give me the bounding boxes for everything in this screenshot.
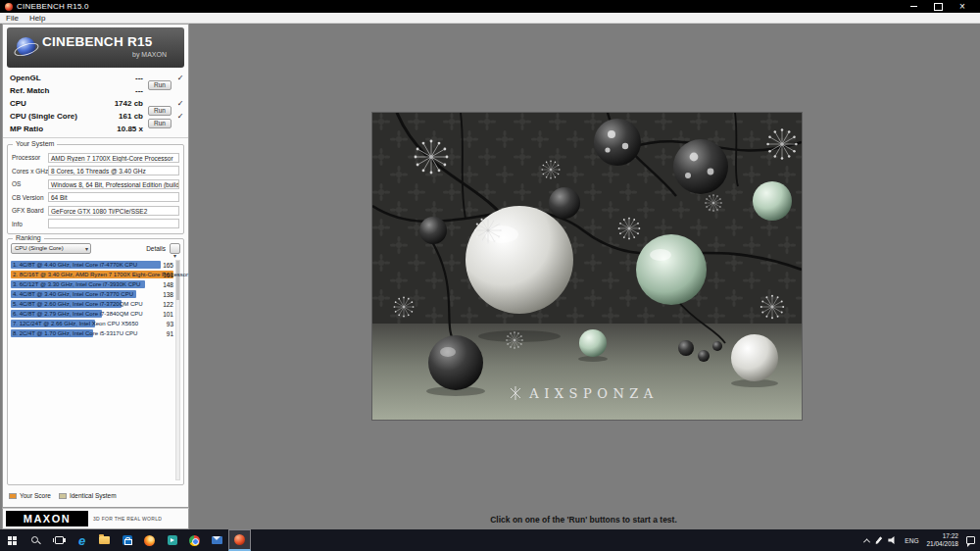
ranking-entry-score: 91 xyxy=(167,330,173,337)
ranking-entry-label: 5. 4C/8T @ 2.60 GHz, Intel Core i7-3720Q… xyxy=(13,301,143,307)
ranking-filter-dropdown[interactable]: CPU (Single Core) xyxy=(11,243,91,254)
taskbar-chrome-button[interactable] xyxy=(183,529,206,551)
file-explorer-icon xyxy=(99,536,110,544)
ranking-legend: Your Score Identical System xyxy=(9,492,124,499)
cpu-single-checkbox[interactable] xyxy=(175,112,185,121)
taskbar-firefox-button[interactable] xyxy=(138,529,161,551)
search-button[interactable] xyxy=(24,529,47,551)
action-center-icon[interactable] xyxy=(966,536,975,544)
render-viewport: AIXSPONZA Click on one of the 'Run' butt… xyxy=(189,24,978,529)
minimize-icon[interactable] xyxy=(908,2,918,12)
benchmark-section: OpenGL --- Run Ref. Match --- CPU 1742 c… xyxy=(3,72,188,138)
system-row: Processor AMD Ryzen 7 1700X Eight-Core P… xyxy=(8,151,183,165)
opengl-value: --- xyxy=(96,74,143,82)
ranking-row[interactable]: 5. 4C/8T @ 2.60 GHz, Intel Core i7-3720Q… xyxy=(11,299,173,309)
chrome-icon xyxy=(189,535,200,546)
title-bar: CINEBENCH R15.0 xyxy=(0,0,980,13)
taskbar-file-explorer-button[interactable] xyxy=(93,529,116,551)
ranking-row[interactable]: 8. 2C/4T @ 1.70 GHz, Intel Core i5-3317U… xyxy=(11,328,173,338)
processor-field[interactable]: AMD Ryzen 7 1700X Eight-Core Processor xyxy=(48,153,179,163)
cpu-label: CPU xyxy=(10,99,96,108)
info-label: Info xyxy=(12,221,48,227)
ranking-entry-score: 165 xyxy=(163,262,173,269)
your-system-title: Your System xyxy=(13,140,57,147)
task-view-icon xyxy=(55,536,64,544)
logo-title: CINEBENCH R15 xyxy=(42,34,153,49)
cpu-single-value: 161 cb xyxy=(96,112,143,121)
cpu-value: 1742 cb xyxy=(96,99,143,108)
tray-chevron-up-icon[interactable] xyxy=(863,538,870,545)
media-player-icon xyxy=(168,535,177,545)
window-title: CINEBENCH R15.0 xyxy=(17,2,908,11)
clock[interactable]: 17:22 21/04/2018 xyxy=(926,532,958,549)
ranking-title: Ranking xyxy=(13,234,44,241)
pen-icon[interactable] xyxy=(875,536,883,545)
speaker-icon[interactable] xyxy=(888,536,897,545)
input-language[interactable]: ENG xyxy=(905,537,918,544)
os-label: OS xyxy=(12,180,48,187)
left-panel: CINEBENCH R15 by MAXON OpenGL --- Run Re… xyxy=(2,24,189,508)
cb-version-label: CB Version xyxy=(12,194,48,201)
cpu-single-label: CPU (Single Core) xyxy=(10,112,96,121)
taskbar-media-button[interactable] xyxy=(161,529,183,551)
benchmark-row: MP Ratio 10.85 x xyxy=(3,123,188,135)
close-icon[interactable] xyxy=(957,2,967,12)
search-icon xyxy=(31,536,38,543)
taskbar-cinebench-button[interactable] xyxy=(228,529,251,551)
gfx-board-field[interactable]: GeForce GTX 1080 Ti/PCIe/SSE2 xyxy=(48,206,179,216)
start-button[interactable] xyxy=(0,529,24,551)
info-field[interactable] xyxy=(48,219,179,228)
ranking-entry-score: 138 xyxy=(163,291,173,298)
ranking-row[interactable]: 3. 6C/12T @ 3.30 GHz, Intel Core i7-3930… xyxy=(11,279,173,289)
mp-ratio-value: 10.85 x xyxy=(96,125,143,133)
gfx-board-label: GFX Board xyxy=(12,207,48,214)
cinebench-app-icon[interactable] xyxy=(5,3,13,11)
cb-version-field[interactable]: 64 Bit xyxy=(48,192,179,202)
logo-subtitle: by MAXON xyxy=(132,51,167,58)
ranking-row[interactable]: 2. 8C/16T @ 3.40 GHz, AMD Ryzen 7 1700X … xyxy=(11,270,173,279)
ranking-entry-score: 148 xyxy=(163,281,173,288)
benchmark-row: CPU (Single Core) 161 cb Run xyxy=(3,110,188,123)
menu-help[interactable]: Help xyxy=(29,14,45,23)
tray-date: 21/04/2018 xyxy=(926,540,958,547)
cores-field[interactable]: 8 Cores, 16 Threads @ 3.40 GHz xyxy=(48,166,179,175)
ranking-scrollbar[interactable] xyxy=(175,260,180,480)
ranking-entry-score: 93 xyxy=(167,321,173,327)
benchmark-row: Ref. Match --- xyxy=(3,84,188,97)
tray-time: 17:22 xyxy=(943,532,958,539)
menu-bar: File Help xyxy=(0,13,980,24)
ranking-row[interactable]: 1. 4C/8T @ 4.40 GHz, Intel Core i7-4770K… xyxy=(11,260,173,270)
identical-system-label: Identical System xyxy=(70,492,117,499)
taskbar-edge-button[interactable] xyxy=(71,529,93,551)
ranking-entry-label: 8. 2C/4T @ 1.70 GHz, Intel Core i5-3317U… xyxy=(13,330,137,336)
system-row: CB Version 64 Bit xyxy=(8,191,183,205)
ranking-list: 1. 4C/8T @ 4.40 GHz, Intel Core i7-4770K… xyxy=(11,260,173,338)
ranking-entry-label: 3. 6C/12T @ 3.30 GHz, Intel Core i7-3930… xyxy=(13,281,140,287)
task-view-button[interactable] xyxy=(47,529,71,551)
cinebench-icon xyxy=(234,534,245,545)
opengl-checkbox[interactable] xyxy=(175,74,185,82)
your-system-group: Your System Processor AMD Ryzen 7 1700X … xyxy=(7,144,184,234)
taskbar-store-button[interactable] xyxy=(116,529,138,551)
opengl-label: OpenGL xyxy=(10,74,96,82)
system-row: Info xyxy=(8,218,183,231)
details-dropdown-button[interactable] xyxy=(170,243,180,254)
ranking-entry-score: 122 xyxy=(163,301,173,308)
scrollbar-thumb[interactable] xyxy=(176,261,179,300)
app-body: CINEBENCH R15 by MAXON OpenGL --- Run Re… xyxy=(0,24,980,529)
ranking-row[interactable]: 4. 4C/8T @ 3.40 GHz, Intel Core i7-3770 … xyxy=(11,289,173,299)
taskbar-mail-button[interactable] xyxy=(206,529,228,551)
firefox-icon xyxy=(144,535,155,546)
ranking-entry-score: 161 xyxy=(163,272,173,278)
taskbar: ENG 17:22 21/04/2018 xyxy=(0,529,980,551)
ranking-row[interactable]: 7. 12C/24T @ 2.66 GHz, Intel Xeon CPU X5… xyxy=(11,319,173,328)
ranking-row[interactable]: 6. 4C/8T @ 2.79 GHz, Intel Core i7-3840Q… xyxy=(11,309,173,319)
screen: CINEBENCH R15.0 File Help CINEBENCH R15 … xyxy=(0,0,980,551)
cpu-checkbox[interactable] xyxy=(175,99,185,108)
your-score-label: Your Score xyxy=(20,492,51,499)
menu-file[interactable]: File xyxy=(6,14,19,23)
maximize-icon[interactable] xyxy=(933,2,943,12)
os-field[interactable]: Windows 8, 64 Bit, Professional Edition … xyxy=(48,179,179,189)
store-icon xyxy=(122,535,132,545)
cinebench-ball-icon xyxy=(17,37,35,56)
